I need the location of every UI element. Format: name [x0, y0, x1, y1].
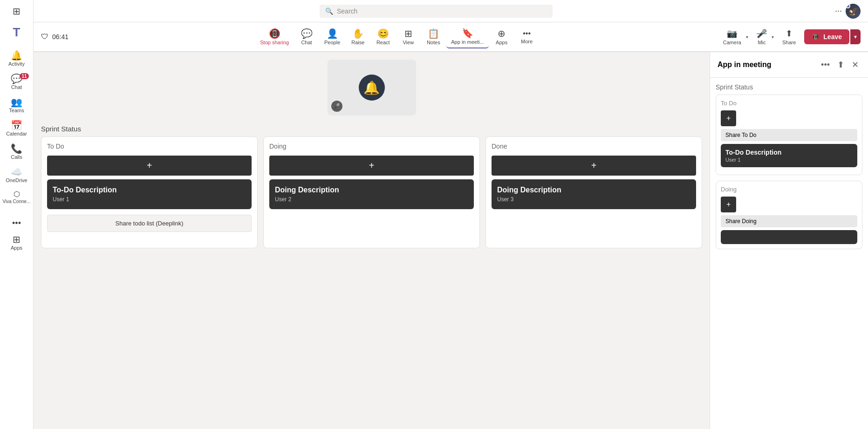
app-in-meeting-icon: 🔖 — [462, 28, 473, 38]
leave-chevron-button[interactable]: ▾ — [850, 29, 861, 44]
more-label: More — [521, 39, 533, 44]
task-card[interactable]: Doing Description User 2 — [269, 179, 474, 209]
more-icon: ••• — [523, 30, 531, 37]
done-add-button[interactable]: + — [492, 156, 696, 176]
teams-icon: 👥 — [11, 97, 22, 107]
camera-label: Camera — [723, 40, 741, 45]
todo-add-button[interactable]: + — [47, 156, 252, 176]
sidebar-more-button[interactable]: ••• — [1, 216, 33, 230]
sidebar-item-label: OneDrive — [6, 177, 27, 183]
chat-button[interactable]: 💬 Chat — [294, 26, 319, 48]
mic-control[interactable]: 🎤 Mic ▾ — [752, 26, 774, 48]
sidebar-item-calendar[interactable]: 📅 Calendar — [1, 118, 33, 139]
main-area: 🔍 Search ··· 🦅 🛡 06:41 📵 Stop sharing 💬 — [34, 0, 868, 429]
share-button[interactable]: ⬆ Share — [778, 26, 800, 48]
panel-more-button[interactable]: ••• — [819, 58, 832, 72]
sidebar-item-onedrive[interactable]: ☁️ OneDrive — [1, 164, 33, 186]
panel-doing-title: Doing — [721, 186, 857, 193]
people-button[interactable]: 👤 People — [320, 26, 345, 48]
camera-chevron-icon[interactable]: ▾ — [746, 34, 748, 40]
panel-sprint-title: Sprint Status — [716, 83, 862, 91]
raise-button[interactable]: ✋ Raise — [346, 26, 370, 48]
share-link-label: Share todo list (Deeplink) — [116, 220, 184, 227]
apps-toolbar-icon: ⊕ — [498, 29, 506, 38]
calls-icon: 📞 — [11, 144, 22, 153]
more-button[interactable]: ••• More — [515, 27, 539, 47]
search-box[interactable]: 🔍 Search — [320, 5, 553, 18]
sidebar-item-label: Apps — [11, 245, 22, 251]
add-icon: + — [147, 160, 152, 171]
user-avatar[interactable]: 🦅 — [846, 4, 861, 19]
mic-off-indicator: 🎤 — [331, 101, 342, 112]
side-panel: App in meeting ••• ⬆ ✕ Sprint Status To … — [710, 52, 868, 429]
people-icon: 👤 — [327, 29, 338, 38]
raise-label: Raise — [351, 40, 364, 45]
avatar-status-dot — [846, 4, 850, 8]
more-icon: ••• — [12, 219, 21, 227]
video-tiles-area: 🔔 🎤 — [41, 60, 702, 116]
done-column-title: Done — [492, 143, 696, 150]
sidebar-item-chat[interactable]: 💬 11 Chat — [1, 71, 33, 93]
task-user: User 3 — [497, 196, 690, 203]
task-card[interactable]: Doing Description User 3 — [492, 179, 696, 209]
search-placeholder: Search — [337, 7, 357, 15]
sidebar-item-teams[interactable]: 👥 Teams — [1, 95, 33, 116]
react-icon: 😊 — [377, 29, 389, 38]
stop-sharing-label: Stop sharing — [260, 40, 289, 45]
add-icon: + — [369, 160, 375, 171]
panel-add-icon: + — [726, 114, 731, 122]
doing-add-button[interactable]: + — [269, 156, 474, 176]
mic-icon: 🎤 — [757, 28, 767, 39]
panel-share-doing-button[interactable]: Share Doing — [721, 215, 857, 227]
grid-menu-button[interactable]: ⊞ — [1, 4, 33, 19]
sidebar-item-viva[interactable]: ⬡ Viva Conne... — [1, 188, 33, 207]
notes-button[interactable]: 📋 Notes — [421, 26, 445, 48]
panel-header: App in meeting ••• ⬆ ✕ — [710, 52, 868, 78]
share-deeplink-button[interactable]: Share todo list (Deeplink) — [47, 215, 252, 232]
task-card[interactable]: To-Do Description User 1 — [47, 179, 252, 209]
stop-sharing-button[interactable]: 📵 Stop sharing — [255, 26, 294, 48]
task-user: User 1 — [53, 196, 246, 203]
panel-task-card[interactable]: To-Do Description User 1 — [721, 144, 857, 167]
calendar-icon: 📅 — [11, 121, 22, 130]
sidebar-item-activity[interactable]: 🔔 Activity — [1, 48, 33, 69]
panel-title: App in meeting — [718, 61, 815, 69]
react-button[interactable]: 😊 React — [371, 26, 395, 48]
panel-task-title: To-Do Description — [725, 149, 853, 156]
search-icon: 🔍 — [325, 7, 333, 15]
camera-control[interactable]: 📷 Camera ▾ — [718, 26, 748, 48]
participant-avatar: 🔔 — [359, 75, 385, 101]
sprint-board-title: Sprint Status — [41, 125, 702, 133]
meeting-main-content: 🔔 🎤 Sprint Status To Do + — [34, 52, 710, 429]
todo-column-title: To Do — [47, 143, 252, 150]
task-title: To-Do Description — [53, 186, 246, 194]
mic-muted-icon: 🎤 — [333, 103, 340, 109]
video-tile: 🔔 🎤 — [328, 60, 416, 116]
sidebar-item-apps[interactable]: ⊞ Apps — [1, 232, 33, 253]
app-in-meeting-button[interactable]: 🔖 App in meeti... — [446, 26, 488, 48]
panel-expand-button[interactable]: ⬆ — [835, 58, 846, 72]
settings-dots-button[interactable]: ··· — [835, 6, 842, 16]
sidebar-item-calls[interactable]: 📞 Calls — [1, 141, 33, 163]
add-icon: + — [591, 160, 597, 171]
view-icon: ⊞ — [404, 29, 412, 38]
leave-label: Leave — [823, 33, 842, 41]
panel-todo-add-button[interactable]: + — [721, 110, 736, 126]
toolbar-items: 📵 Stop sharing 💬 Chat 👤 People ✋ Raise 😊… — [78, 26, 717, 48]
meeting-toolbar: 🛡 06:41 📵 Stop sharing 💬 Chat 👤 People ✋… — [34, 22, 868, 52]
panel-todo-column: To Do + Share To Do To-Do Description Us… — [716, 95, 862, 175]
notes-icon: 📋 — [428, 29, 439, 38]
panel-close-button[interactable]: ✕ — [850, 58, 861, 72]
apps-button[interactable]: ⊕ Apps — [490, 26, 514, 48]
sprint-board: Sprint Status To Do + To-Do Description … — [41, 125, 702, 248]
view-button[interactable]: ⊞ View — [396, 26, 420, 48]
activity-icon: 🔔 — [11, 51, 22, 60]
panel-doing-add-button[interactable]: + — [721, 197, 736, 212]
meeting-time: 🛡 06:41 — [41, 33, 68, 41]
leave-button[interactable]: 📵 Leave — [804, 29, 849, 44]
time-display: 06:41 — [52, 33, 68, 41]
leave-phone-icon: 📵 — [812, 33, 820, 41]
teams-logo[interactable]: T — [1, 22, 33, 42]
panel-share-todo-button[interactable]: Share To Do — [721, 129, 857, 141]
mic-chevron-icon[interactable]: ▾ — [772, 34, 774, 40]
